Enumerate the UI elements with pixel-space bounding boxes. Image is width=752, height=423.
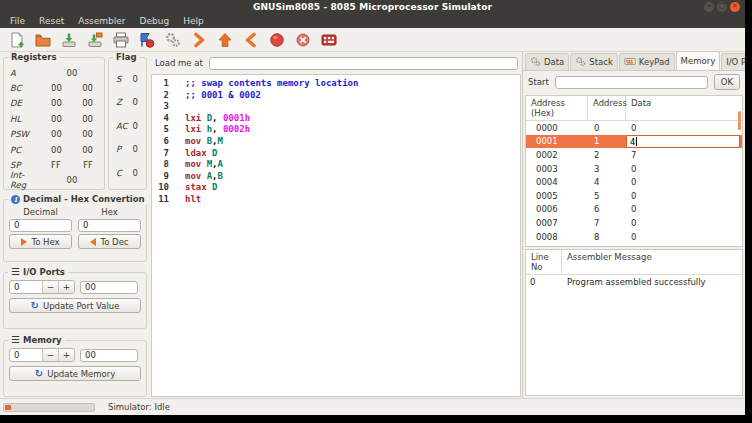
menu-file[interactable]: File [3,16,32,26]
register-value: FF [83,160,93,170]
keypad-icon[interactable] [320,31,337,48]
update-port-value-button[interactable]: ↻ Update Port Value [9,298,141,313]
code-token: lxi [185,113,201,123]
port-value-input[interactable]: 00 [80,281,138,294]
line-number: 5 [152,124,169,136]
tab-label: I/O Ports [726,57,745,67]
minus-icon[interactable]: − [42,349,58,361]
register-value: 00 [51,145,62,155]
memory-address-stepper[interactable]: 0 − + [9,348,75,362]
menu-help[interactable]: Help [176,16,211,26]
memory-table-header: Address (Hex) Address Data [526,96,742,121]
register-value: 00 [67,68,78,78]
memory-value-input[interactable]: 00 [80,349,138,362]
tab-i-o-ports[interactable]: I/O Ports [721,53,745,70]
back-left-arrow-icon[interactable] [242,31,259,48]
tab-data[interactable]: Data [525,53,569,70]
address-cell: 9 [588,245,626,247]
save-as-icon[interactable] [86,31,103,48]
code-token: hlt [185,194,201,204]
plus-icon[interactable]: + [58,349,74,361]
memory-table-row[interactable]: 000227 [526,148,742,162]
breakpoint-record-icon[interactable] [268,31,285,48]
code-editor[interactable]: 1;; swap contents memory location2;; 000… [151,74,521,397]
load-me-at-input[interactable] [209,57,518,70]
memory-table-row[interactable]: 000550 [526,189,742,203]
code-token: 0001h [223,113,250,123]
register-value: FF [51,160,61,170]
update-memory-button[interactable]: ↻ Update Memory [9,366,141,381]
memory-table-row[interactable]: 000440 [526,175,742,189]
message-row[interactable]: 0Program assembled successfully [526,275,742,289]
plus-icon[interactable]: + [58,281,74,293]
data-cell: 0 [626,218,742,228]
flag-label: C [116,168,122,178]
code-token: stax [185,182,207,192]
code-token: mov [185,159,201,169]
code-token: ;; 0001 & 0002 [185,90,261,100]
address-cell: 0 [588,123,626,133]
code-token: mov [185,171,201,181]
tab-keypad[interactable]: KeyPad [619,53,675,70]
decimal-label: Decimal [9,207,72,217]
start-address-input[interactable] [555,76,708,89]
memory-table-row[interactable]: 000990 [526,243,742,247]
code-line: 8mov M,A [152,159,520,171]
flags-title: Flag [113,52,140,62]
register-row: BC0000 [4,80,104,95]
tab-memory[interactable]: Memory [676,51,721,70]
assemble-icon[interactable] [138,31,155,48]
print-icon[interactable] [112,31,129,48]
code-token: M [218,136,223,146]
close-icon[interactable]: ✕ [730,2,740,12]
line-number: 2 [152,90,169,102]
hex-label: Hex [78,207,141,217]
to-dec-button[interactable]: To Dec [78,234,141,249]
keyboard-icon [624,56,636,69]
menu-assembler[interactable]: Assembler [71,16,132,26]
line-number: 4 [152,113,169,125]
flag-value: 0 [133,74,138,84]
memory-table-row[interactable]: 000330 [526,162,742,176]
open-file-icon[interactable] [34,31,51,48]
left-arrow-icon [90,238,96,246]
minimize-icon[interactable]: − [704,2,714,12]
line-no-cell: 0 [526,277,562,287]
address-cell: 8 [588,232,626,242]
code-token: ;; swap contents memory location [185,78,358,88]
data-edit-input[interactable]: 4 [626,135,740,148]
run-right-arrow-icon[interactable] [190,31,207,48]
to-hex-button[interactable]: To Hex [9,234,72,249]
right-arrow-icon [21,238,27,246]
gears-icon[interactable] [164,31,181,48]
clear-breakpoint-icon[interactable] [294,31,311,48]
step-up-arrow-icon[interactable] [216,31,233,48]
memory-table-row[interactable]: 000000 [526,121,742,135]
scrollbar-thumb[interactable] [738,111,741,130]
tab-stack[interactable]: Stack [570,53,618,70]
memory-table-row[interactable]: 000770 [526,216,742,230]
save-icon[interactable] [60,31,77,48]
code-text: ldax D [169,148,218,160]
minus-icon[interactable]: − [42,281,58,293]
data-cell: 0 [626,245,742,247]
flags-panel: Flag S0Z0AC0P0C0 [108,57,147,190]
port-address-stepper[interactable]: 0 − + [9,280,75,294]
menu-reset[interactable]: Reset [32,16,71,26]
register-row: DE0000 [4,96,104,111]
hex-input[interactable]: 0 [78,219,141,232]
memory-table-row[interactable]: 000880 [526,230,742,244]
code-line: 7ldax D [152,148,520,160]
app-window: GNUSim8085 - 8085 Microprocessor Simulat… [0,0,745,415]
menu-debug[interactable]: Debug [133,16,177,26]
maximize-icon[interactable]: □ [717,2,727,12]
flag-label: P [116,144,121,154]
register-value: 00 [82,145,93,155]
decimal-hex-converter-panel: i Decimal - Hex Convertion Decimal Hex 0… [3,199,147,262]
memory-table-row[interactable]: 000114 [526,135,742,149]
ok-button[interactable]: OK [714,74,740,90]
line-number: 8 [152,159,169,171]
new-file-icon[interactable] [8,31,25,48]
memory-table-row[interactable]: 000660 [526,203,742,217]
decimal-input[interactable]: 0 [9,219,72,232]
